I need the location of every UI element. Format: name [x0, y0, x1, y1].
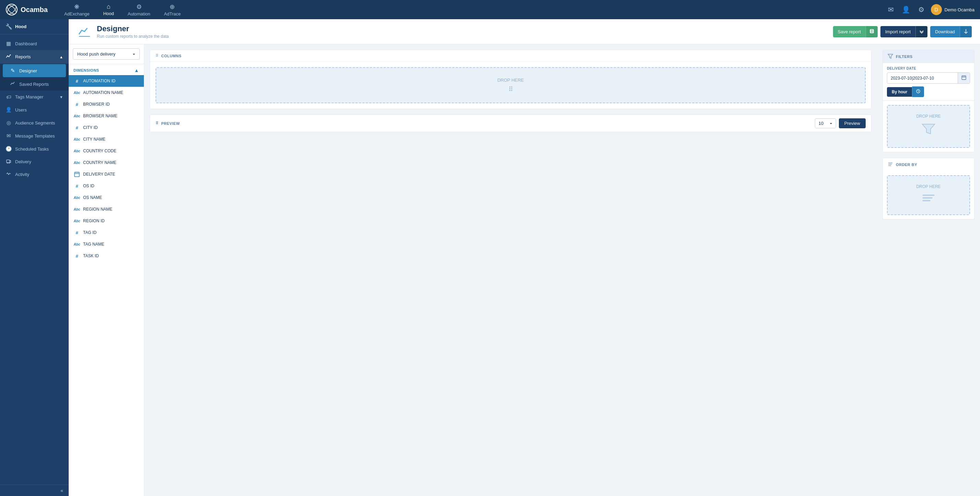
- columns-header: ⠿ COLUMNS: [150, 50, 871, 62]
- by-hour-icon-button[interactable]: [912, 86, 924, 97]
- inbox-icon[interactable]: ✉: [886, 4, 897, 15]
- sidebar-collapse-btn[interactable]: «: [0, 485, 69, 496]
- dim-browser-id-label: BROWSER ID: [83, 102, 110, 107]
- settings-icon[interactable]: ⚙: [916, 4, 927, 15]
- preview-label: PREVIEW: [161, 121, 180, 125]
- save-report-button[interactable]: Save report: [833, 26, 865, 37]
- nav-automation[interactable]: ⚙ Automation: [122, 1, 156, 19]
- dashboard-icon: ▦: [5, 40, 12, 47]
- preview-panel: ⠿ PREVIEW 10 25 50 100 Preview: [150, 114, 872, 132]
- preview-button[interactable]: Preview: [839, 118, 865, 128]
- dim-item-tag-name[interactable]: Abc TAG NAME: [69, 238, 144, 250]
- sidebar-item-users[interactable]: 👤 Users: [0, 103, 69, 116]
- delivery-date-block: DELIVERY DATE By hour: [883, 63, 974, 101]
- dim-item-country-name[interactable]: Abc COUNTRY NAME: [69, 157, 144, 168]
- dim-item-browser-name[interactable]: Abc BROWSER NAME: [69, 110, 144, 122]
- order-by-list-icon: [888, 162, 893, 168]
- dimensions-collapse-icon[interactable]: ▲: [134, 68, 139, 73]
- dim-tag-name-label: TAG NAME: [83, 242, 104, 247]
- dim-item-automation-name[interactable]: Abc AUTOMATION NAME: [69, 87, 144, 98]
- svg-marker-24: [922, 124, 935, 134]
- sidebar-item-users-label: Users: [15, 107, 27, 113]
- sidebar-item-saved-reports[interactable]: Saved Reports: [0, 78, 69, 90]
- date-range-input[interactable]: [887, 73, 958, 83]
- dim-item-country-code[interactable]: Abc COUNTRY CODE: [69, 145, 144, 157]
- import-report-icon-button[interactable]: [915, 26, 928, 37]
- svg-point-3: [7, 55, 8, 57]
- filter-drop-zone[interactable]: DROP HERE: [887, 105, 970, 148]
- abc-icon: Abc: [73, 147, 80, 154]
- hood-push-delivery-select[interactable]: Hood push delivery: [73, 48, 140, 60]
- date-calendar-button[interactable]: [958, 73, 970, 83]
- filter-drop-here-text: DROP HERE: [916, 114, 940, 119]
- dim-item-task-id[interactable]: # TASK ID: [69, 250, 144, 262]
- sidebar-item-delivery[interactable]: Delivery: [0, 155, 69, 168]
- nav-adexchange[interactable]: ❋ AdExchange: [59, 1, 95, 19]
- dim-automation-id-label: AUTOMATION ID: [83, 79, 115, 83]
- sidebar-item-designer[interactable]: ✎ Designer: [3, 64, 66, 77]
- logo[interactable]: Ocamba: [5, 3, 48, 16]
- dim-item-city-name[interactable]: Abc CITY NAME: [69, 133, 144, 145]
- abc-icon: Abc: [73, 241, 80, 248]
- delivery-date-label: DELIVERY DATE: [887, 67, 970, 70]
- download-icon-button[interactable]: [960, 26, 972, 37]
- dim-item-browser-id[interactable]: # BROWSER ID: [69, 98, 144, 110]
- sidebar-item-audience-label: Audience Segments: [15, 120, 55, 125]
- hash-icon: #: [73, 78, 80, 84]
- user-avatar: D: [931, 4, 942, 15]
- nav-automation-label: Automation: [128, 11, 150, 16]
- preview-count-select[interactable]: 10 25 50 100: [815, 118, 836, 128]
- dimensions-panel: Hood push delivery DIMENSIONS ▲ # AUTOMA…: [69, 44, 144, 496]
- logo-text: Ocamba: [21, 6, 48, 14]
- order-by-label: ORDER BY: [896, 163, 917, 167]
- sidebar-item-dashboard[interactable]: ▦ Dashboard: [0, 37, 69, 50]
- sidebar-item-audience[interactable]: ◎ Audience Segments: [0, 116, 69, 129]
- save-report-icon-button[interactable]: [865, 26, 878, 37]
- designer-main-area: ⠿ COLUMNS DROP HERE ⠿ ⠿ PREVIEW: [144, 44, 877, 496]
- sidebar-item-delivery-label: Delivery: [15, 159, 31, 164]
- nav-hood[interactable]: ⌂ Hood: [98, 1, 119, 19]
- dim-item-os-name[interactable]: Abc OS NAME: [69, 192, 144, 203]
- dim-item-os-id[interactable]: # OS ID: [69, 180, 144, 192]
- abc-icon: Abc: [73, 159, 80, 166]
- sidebar-item-activity-label: Activity: [15, 172, 29, 177]
- dimensions-label: DIMENSIONS: [73, 68, 99, 72]
- order-by-drop-zone[interactable]: DROP HERE: [887, 175, 970, 215]
- order-by-header: ORDER BY: [883, 158, 974, 171]
- nav-adtrace[interactable]: ⊕ AdTrace: [159, 1, 186, 19]
- by-hour-row: By hour: [887, 86, 970, 97]
- download-button[interactable]: Download: [930, 26, 960, 37]
- main-layout: 🔧 Hood ▦ Dashboard Reports ▲ ✎ Designer: [0, 19, 980, 496]
- dim-item-region-id[interactable]: Abc REGION ID: [69, 215, 144, 227]
- dim-item-tag-id[interactable]: # TAG ID: [69, 227, 144, 238]
- dim-item-delivery-date[interactable]: DELIVERY DATE: [69, 168, 144, 180]
- sidebar-item-tags-manager[interactable]: 🏷 Tags Manager ▼: [0, 90, 69, 103]
- dim-item-region-name[interactable]: Abc REGION NAME: [69, 203, 144, 215]
- dim-tag-id-label: TAG ID: [83, 230, 97, 235]
- import-report-button[interactable]: Import report: [880, 26, 915, 37]
- svg-point-7: [7, 163, 8, 163]
- dimensions-header: DIMENSIONS ▲: [69, 64, 144, 75]
- profile-icon[interactable]: 👤: [901, 4, 912, 15]
- right-panel: FILTERS DELIVERY DATE By hour: [877, 44, 980, 496]
- svg-rect-14: [75, 172, 79, 177]
- sidebar-item-scheduled-tasks[interactable]: 🕐 Scheduled Tasks: [0, 143, 69, 155]
- hash-icon: #: [73, 252, 80, 259]
- user-badge[interactable]: D Demo Ocamba: [931, 4, 975, 15]
- abc-icon: Abc: [73, 206, 80, 213]
- designer-icon: ✎: [10, 68, 16, 74]
- adtrace-icon: ⊕: [170, 3, 175, 11]
- sidebar-header: 🔧 Hood: [0, 19, 69, 34]
- sidebar-item-activity[interactable]: Activity: [0, 168, 69, 181]
- columns-drop-zone[interactable]: DROP HERE ⠿: [156, 67, 865, 103]
- adexchange-icon: ❋: [74, 3, 79, 11]
- dim-automation-name-label: AUTOMATION NAME: [83, 90, 123, 95]
- dim-item-city-id[interactable]: # CITY ID: [69, 122, 144, 133]
- dimensions-dropdown-section: Hood push delivery: [69, 44, 144, 64]
- by-hour-button[interactable]: By hour: [887, 87, 912, 97]
- sidebar-item-message-templates[interactable]: ✉ Message Templates: [0, 129, 69, 143]
- dim-item-automation-id[interactable]: # AUTOMATION ID: [69, 75, 144, 87]
- content-header: Designer Run custom reports to analyze t…: [69, 19, 980, 44]
- nav-hood-label: Hood: [103, 11, 114, 16]
- sidebar-item-reports[interactable]: Reports ▲: [0, 50, 69, 63]
